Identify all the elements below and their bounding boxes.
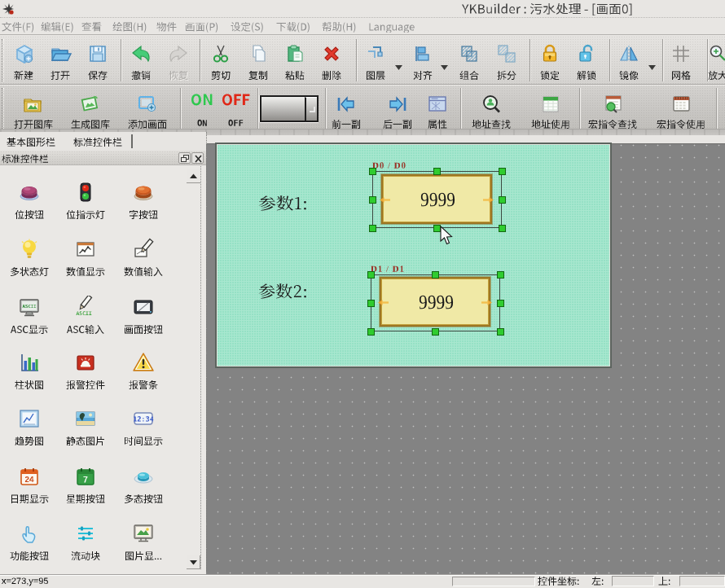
selection-handle[interactable] — [369, 196, 376, 204]
canvas-control-1-left-tick-icon — [378, 300, 389, 305]
app-logo-icon-holder — [2, 2, 15, 15]
toolbar-button-new-file-label: 新建 — [14, 68, 34, 81]
date-display-icon-holder — [18, 465, 41, 488]
macro-find-icon — [601, 93, 624, 116]
grid-icon-holder — [670, 42, 692, 65]
toolbox-scroll-up-button[interactable] — [187, 169, 200, 183]
toolbar-separator — [529, 39, 531, 81]
menu-item-3[interactable]: 绘图(H) — [112, 19, 148, 33]
bit-indicator-icon — [74, 181, 97, 204]
selection-handle[interactable] — [497, 300, 504, 307]
selection-handle[interactable] — [432, 271, 439, 279]
tab-standard-controls[interactable]: 标准控件栏 — [73, 134, 123, 148]
delete-icon-holder — [320, 42, 343, 65]
app-logo-icon — [2, 2, 15, 15]
combo-dropdown-button[interactable] — [305, 97, 317, 121]
toolbox-item-static-picture-label: 静态图片 — [66, 433, 106, 447]
panel-float-button[interactable] — [178, 152, 191, 164]
canvas-label-param1[interactable]: 参数1: — [258, 191, 309, 213]
multi-state-button-icon-holder — [132, 465, 155, 488]
paste-icon-holder — [283, 42, 306, 65]
selection-handle[interactable] — [367, 271, 375, 279]
canvas-control-1-value: 9999 — [419, 291, 455, 318]
redo-icon — [167, 42, 190, 65]
time-display-icon — [132, 407, 155, 430]
toolbox-item-date-display-label: 日期显示 — [10, 491, 50, 505]
dropdown-arrow-icon[interactable] — [648, 59, 656, 64]
selection-handle[interactable] — [432, 328, 439, 336]
selection-handle[interactable] — [499, 196, 506, 204]
status-top-input[interactable] — [679, 576, 725, 586]
selection-handle[interactable] — [433, 168, 441, 175]
toolbar-separator — [609, 39, 611, 81]
menu-item-0[interactable]: 文件(F) — [2, 19, 36, 33]
new-file-icon-holder — [12, 42, 35, 65]
toolbox-scroll-down-button[interactable] — [187, 555, 200, 569]
toolbox-item-multi-state-lamp-label: 多状态灯 — [10, 264, 50, 278]
toolbar-grip — [2, 88, 4, 129]
function-button-icon — [18, 522, 41, 545]
menu-item-1[interactable]: 编辑(E) — [41, 19, 75, 33]
toolbox-panel-border — [200, 166, 201, 569]
toolbar-separator — [460, 88, 462, 129]
ascii-entry-icon-holder — [74, 296, 97, 318]
multi-state-button-icon — [132, 465, 155, 488]
selection-handle[interactable] — [497, 271, 504, 279]
panel-close-button[interactable] — [191, 152, 204, 164]
toolbox-item-flow-block-label: 流动块 — [71, 548, 101, 562]
menu-item-7[interactable]: 下载(D) — [276, 19, 312, 33]
toolbar-button-zoom-in-label: 放大 — [708, 68, 725, 81]
trend-chart-icon-holder — [18, 407, 41, 430]
redo-icon-holder — [167, 42, 190, 65]
menubar — [0, 18, 725, 35]
save-icon-holder — [86, 42, 109, 65]
next-screen-icon-holder — [386, 93, 409, 116]
canvas-label-param2[interactable]: 参数2: — [258, 279, 310, 301]
menu-item-6[interactable]: 设定(S) — [231, 19, 265, 33]
panel-splitter[interactable] — [206, 132, 208, 573]
toolbar-grip — [2, 39, 4, 81]
mirror-icon — [617, 42, 640, 65]
dropdown-arrow-icon[interactable] — [395, 59, 402, 64]
numeric-entry-icon — [132, 238, 155, 261]
menu-item-5[interactable]: 画面(P) — [185, 19, 220, 33]
open-file-icon-holder — [49, 42, 72, 65]
mirror-icon-holder — [617, 42, 640, 65]
ascii-display-icon-holder — [18, 296, 41, 318]
grid-icon — [670, 42, 692, 65]
menu-item-2[interactable]: 查看 — [81, 19, 103, 33]
menu-item-9[interactable]: Language — [368, 19, 416, 33]
toolbar-separator — [356, 39, 358, 81]
selection-handle[interactable] — [369, 168, 376, 175]
flow-block-icon-holder — [74, 522, 97, 545]
address-usage-icon — [539, 93, 562, 116]
screen-button-icon-holder — [132, 296, 155, 318]
selection-handle[interactable] — [367, 328, 375, 336]
bar-graph-icon — [18, 351, 41, 374]
toolbox-item-screen-button-label: 画面按钮 — [124, 322, 164, 336]
toolbar-row-divider — [0, 84, 725, 86]
selection-handle[interactable] — [499, 225, 506, 232]
alarm-bar-icon-holder — [132, 351, 155, 374]
mouse-cursor-icon — [440, 226, 454, 246]
selection-handle[interactable] — [499, 168, 506, 175]
multi-state-lamp-icon-holder — [18, 238, 41, 261]
selection-handle[interactable] — [497, 328, 504, 336]
selection-handle[interactable] — [369, 225, 376, 232]
menu-item-4[interactable]: 物件 — [156, 19, 178, 33]
tab-basic-graphics[interactable]: 基本图形栏 — [7, 134, 56, 148]
selection-handle[interactable] — [367, 300, 375, 307]
open-gallery-icon — [22, 93, 45, 116]
toolbar-separator — [716, 88, 718, 129]
menu-item-8[interactable]: 帮助(H) — [322, 19, 358, 33]
time-display-icon-holder — [132, 407, 155, 430]
bit-indicator-icon-holder — [74, 181, 97, 204]
scroll-down-icon — [187, 555, 200, 569]
alarm-control-icon — [74, 351, 97, 374]
toolbar-separator — [180, 88, 182, 129]
status-left-input[interactable] — [612, 576, 654, 586]
dropdown-arrow-icon[interactable] — [441, 59, 448, 64]
state-selector-combo[interactable] — [260, 95, 319, 122]
group-icon-holder — [458, 42, 481, 65]
unlock-icon — [575, 42, 598, 65]
